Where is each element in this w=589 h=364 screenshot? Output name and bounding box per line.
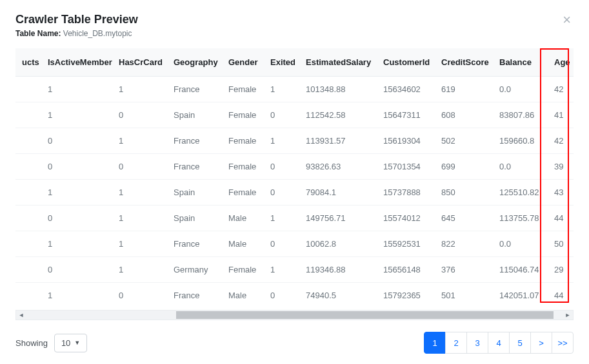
cell-creditscore: 699 [435,154,493,180]
cell-age: 42 [548,77,574,102]
cell-creditscore: 645 [435,206,493,231]
table-row[interactable]: 11FranceFemale1101348.88156346026190.042 [15,77,574,102]
cell-exited: 1 [264,77,299,102]
cell-balance: 115046.74 [493,257,548,283]
page-button-3[interactable]: 3 [466,332,488,354]
cell-creditscore: 608 [435,102,493,128]
table-row[interactable]: 01FranceFemale1113931.571561930450215966… [15,128,574,154]
cell-age: 29 [548,257,574,283]
column-header-estsalary[interactable]: EstimatedSalary [299,48,377,77]
cell-isactive: 0 [41,257,112,283]
horizontal-scrollbar[interactable]: ◄ ► [15,310,574,320]
cell-exited: 0 [264,102,299,128]
cell-creditscore: 501 [435,283,493,307]
crawler-preview-modal: Crawler Table Preview Table Name: Vehicl… [0,0,589,364]
cell-age: 44 [548,206,574,231]
page-button-2[interactable]: 2 [445,332,467,354]
column-header-customerid[interactable]: CustomerId [377,48,435,77]
cell-geography: Germany [167,257,222,283]
cell-exited: 1 [264,128,299,154]
cell-geography: France [167,128,222,154]
scroll-thumb[interactable] [176,311,554,319]
cell-ucts [15,283,41,307]
pagination: 12345>>> [424,332,574,354]
cell-age: 42 [548,128,574,154]
cell-estsalary: 10062.8 [299,231,377,257]
table-scroll-area[interactable]: uctsIsActiveMemberHasCrCardGeographyGend… [15,48,574,306]
modal-header: Crawler Table Preview Table Name: Vehicl… [15,13,574,38]
cell-estsalary: 112542.58 [299,102,377,128]
cell-balance: 0.0 [493,77,548,102]
page-size-select[interactable]: 10 ▼ [54,334,87,352]
column-header-hascrcard[interactable]: HasCrCard [112,48,167,77]
page-size-control: Showing 10 ▼ [15,334,87,352]
cell-exited: 0 [264,283,299,307]
cell-ucts [15,102,41,128]
cell-hascrcard: 1 [112,206,167,231]
cell-exited: 1 [264,206,299,231]
cell-gender: Female [222,257,264,283]
scroll-left-button[interactable]: ◄ [16,311,26,320]
cell-ucts [15,154,41,180]
table-row[interactable]: 10FranceMale074940.515792365501142051.07… [15,283,574,307]
cell-hascrcard: 0 [112,283,167,307]
table-row[interactable]: 00FranceFemale093826.63157013546990.039 [15,154,574,180]
column-header-creditscore[interactable]: CreditScore [435,48,493,77]
cell-hascrcard: 1 [112,180,167,206]
cell-ucts [15,231,41,257]
cell-estsalary: 74940.5 [299,283,377,307]
cell-geography: Spain [167,102,222,128]
column-header-ucts[interactable]: ucts [15,48,41,77]
cell-ucts [15,257,41,283]
cell-hascrcard: 0 [112,154,167,180]
modal-title: Crawler Table Preview [15,13,138,26]
cell-hascrcard: 0 [112,102,167,128]
table-row[interactable]: 10SpainFemale0112542.581564731160883807.… [15,102,574,128]
cell-balance: 83807.86 [493,102,548,128]
page-button-1[interactable]: 1 [424,332,446,354]
page-button->[interactable]: > [530,332,552,354]
page-button-4[interactable]: 4 [488,332,510,354]
showing-label: Showing [15,338,48,348]
table-body: 11FranceFemale1101348.88156346026190.042… [15,77,574,307]
cell-estsalary: 113931.57 [299,128,377,154]
cell-isactive: 1 [41,77,112,102]
cell-isactive: 0 [41,128,112,154]
cell-gender: Female [222,77,264,102]
column-header-exited[interactable]: Exited [264,48,299,77]
column-header-balance[interactable]: Balance [493,48,548,77]
page-button-5[interactable]: 5 [509,332,531,354]
close-button[interactable]: × [560,13,574,27]
cell-gender: Male [222,231,264,257]
cell-hascrcard: 1 [112,128,167,154]
cell-customerid: 15792365 [377,283,435,307]
cell-estsalary: 101348.88 [299,77,377,102]
cell-hascrcard: 1 [112,257,167,283]
cell-creditscore: 376 [435,257,493,283]
column-header-geography[interactable]: Geography [167,48,222,77]
scroll-right-button[interactable]: ► [563,311,573,320]
cell-estsalary: 93826.63 [299,154,377,180]
table-header-row: uctsIsActiveMemberHasCrCardGeographyGend… [15,48,574,77]
column-header-gender[interactable]: Gender [222,48,264,77]
cell-age: 39 [548,154,574,180]
table-name-value: Vehicle_DB.mytopic [63,29,132,38]
table-row[interactable]: 11SpainFemale079084.115737888850125510.8… [15,180,574,206]
table-row[interactable]: 11FranceMale010062.8155925318220.050 [15,231,574,257]
header-text: Crawler Table Preview Table Name: Vehicl… [15,13,138,38]
cell-gender: Female [222,102,264,128]
column-header-age[interactable]: Age [548,48,574,77]
cell-balance: 0.0 [493,154,548,180]
column-header-isactive[interactable]: IsActiveMember [41,48,112,77]
cell-geography: France [167,154,222,180]
cell-isactive: 1 [41,180,112,206]
table-row[interactable]: 01GermanyFemale1119346.88156561483761150… [15,257,574,283]
cell-age: 43 [548,180,574,206]
cell-gender: Male [222,206,264,231]
cell-estsalary: 119346.88 [299,257,377,283]
cell-gender: Female [222,128,264,154]
table-row[interactable]: 01SpainMale1149756.7115574012645113755.7… [15,206,574,231]
page-button->>[interactable]: >> [552,332,574,354]
cell-gender: Male [222,283,264,307]
cell-exited: 0 [264,154,299,180]
